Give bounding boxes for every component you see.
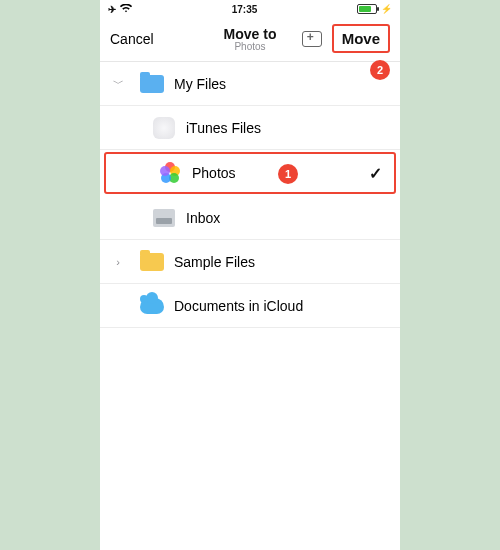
airplane-icon: ✈︎ <box>108 4 116 15</box>
cancel-button[interactable]: Cancel <box>110 31 154 47</box>
row-my-files[interactable]: ﹀ My Files <box>100 62 400 106</box>
new-folder-icon[interactable] <box>302 31 322 47</box>
row-itunes-files[interactable]: iTunes Files <box>100 106 400 150</box>
row-inbox[interactable]: Inbox <box>100 196 400 240</box>
wifi-icon <box>120 4 132 15</box>
move-button[interactable]: Move <box>342 30 380 47</box>
row-label: iTunes Files <box>180 120 388 136</box>
folder-icon <box>140 253 164 271</box>
move-button-highlight: Move <box>332 24 390 53</box>
folder-icon <box>140 75 164 93</box>
itunes-icon <box>153 117 175 139</box>
row-icloud[interactable]: Documents in iCloud <box>100 284 400 328</box>
chevron-right-icon: › <box>116 256 120 268</box>
annotation-step-1: 1 <box>278 164 298 184</box>
status-time: 17:35 <box>232 4 258 15</box>
row-label: Inbox <box>180 210 388 226</box>
chevron-down-icon: ﹀ <box>113 76 124 91</box>
status-bar: ✈︎ 17:35 ⚡ <box>100 0 400 18</box>
inbox-icon <box>153 209 175 227</box>
row-label: Documents in iCloud <box>168 298 388 314</box>
battery-icon <box>357 4 377 14</box>
annotation-step-2: 2 <box>370 60 390 80</box>
photos-icon <box>159 162 181 184</box>
row-sample-files[interactable]: › Sample Files <box>100 240 400 284</box>
row-photos-selected[interactable]: Photos 1 ✓ <box>104 152 396 194</box>
folder-list: ﹀ My Files iTunes Files Photos 1 ✓ <box>100 62 400 328</box>
cloud-icon <box>140 298 164 314</box>
row-label: Sample Files <box>168 254 388 270</box>
checkmark-icon: ✓ <box>369 164 382 183</box>
charging-icon: ⚡ <box>381 4 392 14</box>
row-label: My Files <box>168 76 388 92</box>
nav-bar: Cancel Move to Photos Move <box>100 18 400 62</box>
